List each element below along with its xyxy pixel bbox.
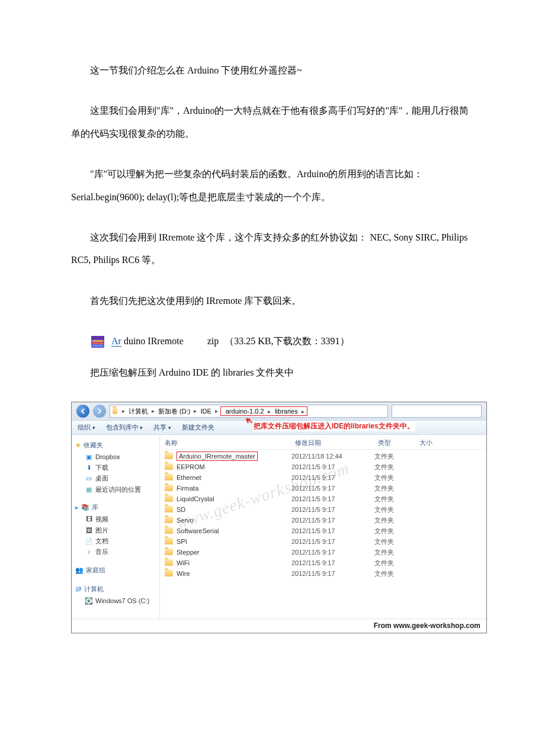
paragraph-library-intro: 这里我们会用到"库"，Arduino的一大特点就在于他有很多高手们写好的"库"，… (71, 100, 474, 145)
explorer-address-bar: ▸ 计算机▸ 新加卷 (D:)▸ IDE▸ arduino-1.0.2 ▸ li… (72, 402, 486, 420)
col-header-date[interactable]: 修改日期 (295, 438, 378, 447)
crumb-computer[interactable]: 计算机 (126, 407, 150, 415)
folder-icon (165, 474, 173, 480)
paragraph-irremote-intro: 这次我们会用到 IRremote 这个库，这个库支持众多的红外协议如： NEC,… (71, 226, 474, 272)
explorer-toolbar: 组织 包含到库中 共享 新建文件夹 把库文件压缩包解压进入IDE的librari… (72, 420, 486, 435)
folder-icon (165, 538, 173, 544)
link-underlined-part: Ar (111, 336, 121, 347)
svg-rect-1 (91, 336, 104, 339)
table-row[interactable]: Firmata2012/11/5 9:17文件夹 (165, 483, 486, 494)
table-row[interactable]: EEPROM2012/11/5 9:17文件夹 (165, 462, 486, 472)
sidebar-homegroup-header[interactable]: 👥家庭组 (74, 563, 157, 576)
folder-icon (165, 506, 173, 512)
file-rows: Arduino_IRremote_master2012/11/18 12:44文… (165, 450, 486, 579)
toolbar-share[interactable]: 共享 (153, 423, 171, 432)
svg-rect-3 (92, 342, 103, 344)
explorer-sidebar: ★收藏夹 ▣Dropbox ⬇下载 ▭桌面 ▦最近访问的位置 ▸📚库 🎞视频 🖼… (72, 435, 160, 619)
folder-icon (165, 453, 173, 459)
paragraph-library-explain: "库"可以理解为把一些复杂的代码封装后的函数。Arduino的所用到的语言比如：… (71, 163, 474, 209)
sidebar-item-dropbox[interactable]: ▣Dropbox (74, 451, 157, 462)
table-row[interactable]: LiquidCrystal2012/11/5 9:17文件夹 (165, 494, 486, 504)
archive-icon (90, 334, 107, 349)
download-ext: zip (207, 330, 219, 353)
table-row[interactable]: Ethernet2012/11/5 9:17文件夹 (165, 472, 486, 483)
crumb-highlighted: arduino-1.0.2 ▸ libraries ▸ (220, 406, 308, 416)
paragraph-download-intro: 首先我们先把这次使用到的 IRremote 库下载回来。 (71, 290, 474, 312)
toolbar-organize[interactable]: 组织 (78, 423, 95, 432)
table-row[interactable]: WiFi2012/11/5 9:17文件夹 (165, 558, 486, 568)
folder-icon (165, 463, 173, 470)
crumb-ide[interactable]: IDE (198, 407, 213, 415)
sidebar-item-desktop[interactable]: ▭桌面 (74, 473, 157, 483)
crumb-libraries[interactable]: libraries (272, 408, 300, 415)
folder-icon (165, 517, 173, 523)
folder-icon (165, 559, 173, 566)
toolbar-include[interactable]: 包含到库中 (106, 423, 143, 432)
table-row[interactable]: Servo2012/11/5 9:17文件夹 (165, 515, 486, 526)
folder-icon (165, 485, 173, 491)
paragraph-intro: 这一节我们介绍怎么在 Arduino 下使用红外遥控器~ (71, 59, 474, 82)
explorer-body: ★收藏夹 ▣Dropbox ⬇下载 ▭桌面 ▦最近访问的位置 ▸📚库 🎞视频 🖼… (72, 435, 486, 619)
folder-icon (165, 527, 173, 534)
svg-rect-4 (92, 345, 103, 347)
folder-icon (165, 495, 173, 502)
col-header-name[interactable]: 名称 (165, 438, 295, 447)
crumb-arduino[interactable]: arduino-1.0.2 (223, 408, 267, 415)
folder-icon (165, 570, 173, 576)
table-row[interactable]: Arduino_IRremote_master2012/11/18 12:44文… (165, 451, 486, 462)
col-header-type[interactable]: 类型 (378, 438, 419, 447)
table-row[interactable]: SoftwareSerial2012/11/5 9:17文件夹 (165, 526, 486, 536)
download-meta: （33.25 KB,下载次数：3391） (225, 330, 349, 353)
sidebar-item-downloads[interactable]: ⬇下载 (74, 462, 157, 473)
explorer-file-pane: 名称 修改日期 类型 大小 Arduino_IRremote_master201… (160, 435, 486, 619)
download-link[interactable]: Arduino IRremote (111, 330, 184, 353)
callout-text: 把库文件压缩包解压进入IDE的libraries文件夹中。 (252, 422, 415, 431)
sidebar-favorites-header[interactable]: ★收藏夹 (74, 438, 157, 451)
sidebar-item-pictures[interactable]: 🖼图片 (74, 525, 157, 536)
crumb-drive[interactable]: 新加卷 (D:) (156, 407, 193, 415)
folder-icon (113, 407, 121, 415)
nav-forward-button[interactable] (93, 405, 106, 418)
sidebar-item-music[interactable]: ♪音乐 (74, 546, 157, 557)
table-row[interactable]: Wire2012/11/5 9:17文件夹 (165, 568, 486, 579)
document-page: 这一节我们介绍怎么在 Arduino 下使用红外遥控器~ 这里我们会用到"库"，… (0, 0, 545, 669)
col-header-size[interactable]: 大小 (419, 438, 449, 447)
explorer-window: ▸ 计算机▸ 新加卷 (D:)▸ IDE▸ arduino-1.0.2 ▸ li… (71, 402, 487, 633)
search-input[interactable] (392, 405, 482, 418)
sidebar-item-videos[interactable]: 🎞视频 (74, 514, 157, 524)
folder-icon (165, 549, 173, 555)
sidebar-computer-header[interactable]: 🖳计算机 (74, 582, 157, 595)
column-headers: 名称 修改日期 类型 大小 (165, 437, 486, 450)
sidebar-item-osdrive[interactable]: 💽Windows7 OS (C:) (74, 595, 157, 606)
explorer-footer-credit: From www.geek-workshop.com (72, 619, 486, 633)
svg-rect-2 (92, 340, 103, 342)
download-line: Arduino IRremote zip （33.25 KB,下载次数：3391… (90, 330, 474, 353)
sidebar-item-recent[interactable]: ▦最近访问的位置 (74, 484, 157, 495)
sidebar-libraries-header[interactable]: ▸📚库 (74, 501, 157, 514)
sidebar-item-documents[interactable]: 📄文档 (74, 536, 157, 546)
table-row[interactable]: SD2012/11/5 9:17文件夹 (165, 504, 486, 515)
toolbar-newfolder[interactable]: 新建文件夹 (182, 423, 214, 431)
nav-back-button[interactable] (76, 405, 89, 418)
paragraph-extract: 把压缩包解压到 Arduino IDE 的 libraries 文件夹中 (71, 361, 474, 384)
table-row[interactable]: Stepper2012/11/5 9:17文件夹 (165, 547, 486, 558)
link-rest: duino IRremote (124, 336, 184, 346)
table-row[interactable]: SPI2012/11/5 9:17文件夹 (165, 536, 486, 547)
